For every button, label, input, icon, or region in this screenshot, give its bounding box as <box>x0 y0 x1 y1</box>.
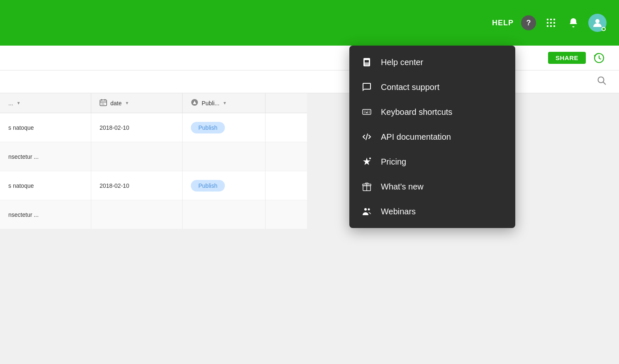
status-icon <box>191 99 198 107</box>
share-button[interactable]: SHARE <box>548 52 586 64</box>
menu-label-help-center: Help center <box>381 58 423 67</box>
table-row: s natoque 2018-02-10 Publish <box>0 113 307 142</box>
menu-item-keyboard-shortcuts[interactable]: Keyboard shortcuts <box>349 99 515 124</box>
svg-point-11 <box>598 77 604 83</box>
sparkle-icon <box>361 156 373 167</box>
code-icon <box>361 131 373 143</box>
history-icon[interactable] <box>592 51 607 66</box>
menu-label-webinars: Webinars <box>381 207 416 216</box>
avatar[interactable] <box>588 14 607 32</box>
menu-item-api-documentation[interactable]: API documentation <box>349 124 515 149</box>
col-publish-dropdown-icon: ▼ <box>223 101 227 105</box>
svg-line-12 <box>603 82 606 85</box>
svg-point-9 <box>595 19 600 23</box>
calendar-icon: 31 <box>100 99 107 107</box>
menu-item-pricing[interactable]: Pricing <box>349 149 515 174</box>
col-header-text[interactable]: ... ▼ <box>0 93 91 113</box>
col-header-publish[interactable]: Publi... ▼ <box>183 93 266 113</box>
svg-rect-7 <box>550 25 552 27</box>
cell-publish-3 <box>183 200 266 229</box>
cell-date-3 <box>91 200 183 229</box>
col-header-date[interactable]: 31 date ▼ <box>91 93 183 113</box>
publish-badge-0[interactable]: Publish <box>191 122 225 133</box>
table-row: nsectetur ... <box>0 200 307 229</box>
search-icon[interactable] <box>597 75 607 88</box>
cell-date-value-0: 2018-02-10 <box>100 124 129 131</box>
header-bar: HELP ? <box>0 0 619 46</box>
menu-label-api-documentation: API documentation <box>381 132 451 142</box>
notifications-icon[interactable] <box>566 15 581 30</box>
svg-rect-20 <box>363 109 371 114</box>
cell-text-1: nsectetur ... <box>0 142 91 171</box>
col-date-dropdown-icon: ▼ <box>125 101 129 105</box>
svg-rect-8 <box>553 25 555 27</box>
menu-label-keyboard-shortcuts: Keyboard shortcuts <box>381 107 452 117</box>
cell-publish-2: Publish <box>183 171 266 200</box>
cell-text-value-1: nsectetur ... <box>8 153 39 160</box>
table-row: nsectetur ... <box>0 142 307 171</box>
svg-rect-4 <box>550 22 552 24</box>
svg-rect-1 <box>550 19 552 20</box>
book-icon <box>361 56 373 68</box>
users-icon <box>361 206 373 217</box>
svg-rect-2 <box>553 19 555 20</box>
cell-text-3: nsectetur ... <box>0 200 91 229</box>
svg-rect-6 <box>547 25 548 27</box>
cell-text-value-0: s natoque <box>8 124 34 131</box>
chat-icon <box>361 81 373 93</box>
svg-point-34 <box>368 209 370 211</box>
cell-text-0: s natoque <box>0 113 91 142</box>
menu-item-webinars[interactable]: Webinars <box>349 199 515 224</box>
svg-rect-0 <box>547 19 548 20</box>
cell-text-value-3: nsectetur ... <box>8 211 39 218</box>
menu-item-help-center[interactable]: Help center <box>349 50 515 75</box>
keyboard-icon <box>361 106 373 118</box>
help-dropdown-menu: Help center Contact support Keyboard sho… <box>349 46 515 228</box>
toolbar-row: SHARE <box>0 46 619 70</box>
svg-line-28 <box>366 134 368 140</box>
gift-icon <box>361 181 373 192</box>
menu-label-contact-support: Contact support <box>381 83 439 92</box>
cell-date-1 <box>91 142 183 171</box>
cell-publish-1 <box>183 142 266 171</box>
help-question-icon[interactable]: ? <box>521 15 536 30</box>
table-row: s natoque 2018-02-10 Publish <box>0 171 307 200</box>
online-status-dot <box>602 27 606 31</box>
col-date-label: date <box>110 100 122 107</box>
col-text-dropdown-icon: ▼ <box>17 101 21 105</box>
help-label: HELP <box>492 19 514 27</box>
table-container: ... ▼ 31 date ▼ <box>0 93 307 229</box>
svg-rect-3 <box>547 22 548 24</box>
publish-badge-2[interactable]: Publish <box>191 180 225 192</box>
header-right: HELP ? <box>492 14 607 32</box>
cell-date-2: 2018-02-10 <box>91 171 183 200</box>
svg-point-29 <box>369 158 371 159</box>
menu-item-contact-support[interactable]: Contact support <box>349 75 515 99</box>
menu-item-whats-new[interactable]: What's new <box>349 174 515 199</box>
cell-date-0: 2018-02-10 <box>91 113 183 142</box>
svg-point-33 <box>364 208 367 211</box>
cell-text-2: s natoque <box>0 171 91 200</box>
col-text-label: ... <box>8 100 13 107</box>
apps-grid-icon[interactable] <box>543 15 558 30</box>
menu-label-pricing: Pricing <box>381 157 406 167</box>
search-row <box>0 70 619 93</box>
col-publish-label: Publi... <box>202 100 219 107</box>
cell-date-value-2: 2018-02-10 <box>100 182 129 189</box>
table-header: ... ▼ 31 date ▼ <box>0 93 307 113</box>
cell-publish-0: Publish <box>183 113 266 142</box>
svg-text:31: 31 <box>101 102 105 105</box>
cell-text-value-2: s natoque <box>8 182 34 189</box>
menu-label-whats-new: What's new <box>381 182 424 192</box>
svg-rect-5 <box>553 22 555 24</box>
